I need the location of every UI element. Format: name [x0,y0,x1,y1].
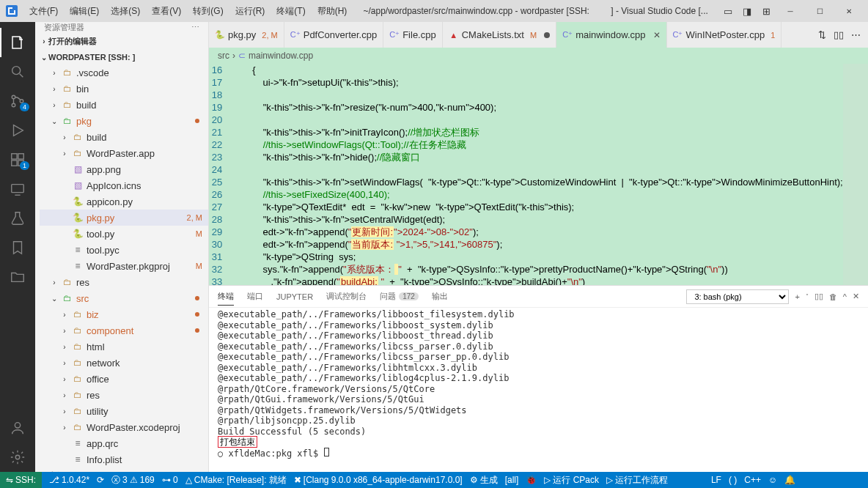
tree-item[interactable]: ⌄🗀pkg [40,113,208,129]
panel-tab-problems[interactable]: 问题 172 [380,291,419,302]
close-button[interactable]: ✕ [836,0,862,22]
panel-tab-debugconsole[interactable]: 调试控制台 [326,291,367,302]
cmake-status[interactable]: △ CMake: [Release]: 就绪 [185,474,287,487]
tree-item[interactable]: ›🗀res [40,274,208,290]
close-tab-icon[interactable]: ✕ [653,30,661,40]
tree-item[interactable]: ›🗀biz [40,306,208,322]
menu-file[interactable]: 文件(F) [25,4,62,19]
run-cpack[interactable]: ▷ 运行 CPack [544,474,599,487]
notif-icon[interactable]: 🔔 [784,475,795,485]
tree-item[interactable]: ›🗀office [40,371,208,387]
minimap[interactable] [843,64,868,285]
editor-tab[interactable]: C⁺File.cpp [383,22,443,48]
tree-item[interactable]: ⌄🗀src [40,290,208,306]
tree-item[interactable]: ›🗀network [40,355,208,371]
run-workflow[interactable]: ▷ 运行工作流程 [606,474,668,487]
tree-item[interactable]: ›🗀build [40,97,208,113]
toggle-sidebar-icon[interactable]: ◨ [741,5,753,17]
tree-item[interactable]: ›🗀component [40,322,208,339]
maximize-panel-icon[interactable]: ^ [843,292,847,301]
feedback-icon[interactable]: ☺ [768,475,777,485]
tree-item[interactable]: ≡Info.plist [40,451,208,467]
more-icon[interactable]: ⋯ [851,29,861,40]
menu-help[interactable]: 帮助(H) [313,4,352,19]
breadcrumb[interactable]: src › ⊂ mainwindow.cpp [209,48,868,64]
terminal-select[interactable]: 3: bash (pkg) [686,289,789,304]
remote-icon[interactable] [0,174,35,204]
tab-file-icon: 🐍 [215,30,225,40]
menu-edit[interactable]: 编辑(E) [65,4,103,19]
remote-status[interactable]: ⇋ SSH: [0,472,42,488]
tree-item[interactable]: ▧AppIcon.icns [40,177,208,193]
compare-icon[interactable]: ⇅ [818,29,826,40]
kit-status[interactable]: ✖ [Clang 9.0.0 x86_64-apple-darwin17.0.0… [294,475,463,485]
svg-point-2 [12,103,15,107]
menu-run[interactable]: 运行(R) [231,4,270,19]
menu-terminal[interactable]: 终端(T) [272,4,309,19]
scm-icon[interactable]: 4 [0,86,35,116]
tree-item[interactable]: 🐍pkg.py2, M [40,210,208,226]
tree-item[interactable]: ›🗀.vscode [40,64,208,81]
menu-view[interactable]: 查看(V) [147,4,185,19]
close-panel-icon[interactable]: ✕ [853,292,859,301]
tree-item[interactable]: ›🗀WordPaster.xcodeproj [40,419,208,435]
tree-item[interactable]: ≡tool.pyc [40,242,208,258]
new-terminal-icon[interactable]: + [795,292,799,301]
target-status[interactable]: [all] [505,475,519,485]
branch-status[interactable]: ⎇ 1.0.42* [49,475,89,485]
more-icon[interactable]: ⋯ [191,23,199,32]
sync-status[interactable]: ⟳ [97,475,104,485]
bookmark-icon[interactable] [0,233,35,262]
tree-item[interactable]: ≡app.qrc [40,435,208,451]
terminal-output[interactable]: @executable_path/../Frameworks/libboost_… [209,308,868,472]
tree-item[interactable]: ▧app.png [40,161,208,177]
port-status[interactable]: ⊶ 0 [162,475,178,485]
test-icon[interactable] [0,204,35,233]
tree-item[interactable]: 🐍appicon.py [40,193,208,210]
search-icon[interactable] [0,57,35,86]
menu-selection[interactable]: 选择(S) [106,4,144,19]
open-editors-section[interactable]: ›打开的编辑器 [40,33,208,50]
tree-item[interactable]: ≡WordPaster.pkgprojM [40,258,208,274]
explorer-icon[interactable] [0,28,35,57]
menu-go[interactable]: 转到(G) [188,4,227,19]
tree-item[interactable]: ›🗀html [40,339,208,355]
editor-tab[interactable]: ▲CMakeLists.txtM [443,22,556,48]
maximize-button[interactable]: ☐ [806,0,833,22]
spaces-status[interactable]: ( ) [729,475,737,485]
tree-item[interactable]: ›🗀bin [40,81,208,97]
tree-item[interactable]: ›🗀res [40,387,208,403]
toggle-panel-icon[interactable]: ▭ [722,5,734,17]
tree-item[interactable]: ›🗀utility [40,403,208,419]
settings-icon[interactable] [0,443,35,472]
editor-tab[interactable]: 🐍pkg.py2, M [209,22,284,48]
minimize-button[interactable]: ─ [777,0,803,22]
build-status[interactable]: ⚙ 生成 [470,474,498,487]
extensions-icon[interactable]: 1 [0,145,35,174]
panel-tab-ports[interactable]: 端口 [247,291,263,302]
eol-status[interactable]: LF [711,475,721,485]
tree-label: res [76,277,202,288]
tree-item[interactable]: ›🗀WordPaster.app [40,145,208,161]
code-editor[interactable]: 16 17 18 19 20 21 22 23 24 25 26 27 28 2… [209,64,868,285]
panel-tab-jupyter[interactable]: JUPYTER [276,292,313,301]
editor-tab[interactable]: C⁺mainwindow.cpp✕ [556,22,666,48]
account-icon[interactable] [0,413,35,443]
tree-item[interactable]: 🐍tool.pyM [40,226,208,242]
kill-terminal-icon[interactable]: 🗑 [829,292,837,301]
lang-status[interactable]: C++ [744,475,761,485]
problems-status[interactable]: ⓧ 3 ⚠ 169 [111,474,155,487]
split-editor-icon[interactable]: ▯▯ [834,29,844,40]
editor-tab[interactable]: C⁺WinINetPoster.cpp1 [667,22,782,48]
layout-icon[interactable]: ⊞ [760,5,772,17]
panel-tab-output[interactable]: 输出 [432,291,448,302]
split-terminal-icon[interactable]: ▯▯ [814,292,823,301]
folder-icon: 🗀 [62,99,73,111]
panel-tab-terminal[interactable]: 终端 [218,291,234,306]
tree-item[interactable]: ›🗀build [40,129,208,145]
debug-icon[interactable] [0,116,35,145]
folder-icon[interactable] [0,262,35,292]
workspace-section[interactable]: ⌄WORDPASTER [SSH: ] [40,50,208,64]
editor-tab[interactable]: C⁺PdfConverter.cpp [284,22,383,48]
debug-status[interactable]: 🐞 [526,475,537,485]
